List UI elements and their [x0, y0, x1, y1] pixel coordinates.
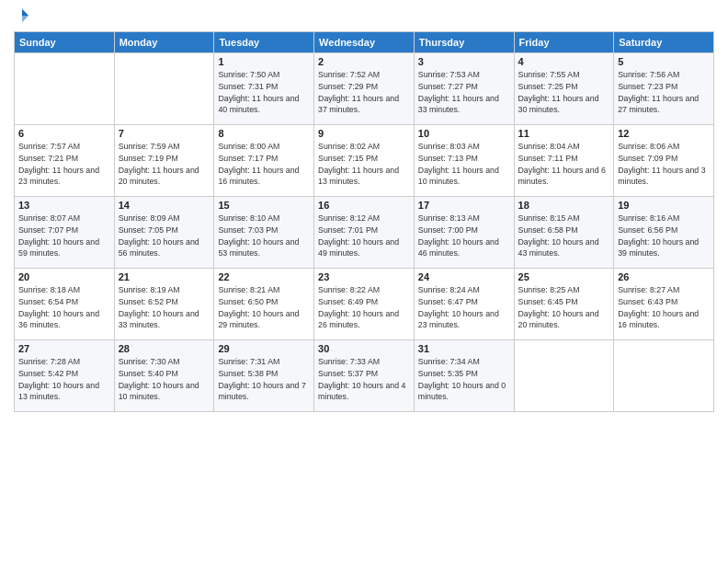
calendar-week-row: 6Sunrise: 7:57 AMSunset: 7:21 PMDaylight… — [15, 125, 714, 197]
calendar-cell: 5Sunrise: 7:56 AMSunset: 7:23 PMDaylight… — [614, 53, 714, 125]
calendar-cell: 23Sunrise: 8:22 AMSunset: 6:49 PMDayligh… — [314, 269, 415, 340]
calendar-cell: 16Sunrise: 8:12 AMSunset: 7:01 PMDayligh… — [314, 197, 415, 269]
calendar-cell: 18Sunrise: 8:15 AMSunset: 6:58 PMDayligh… — [514, 197, 614, 269]
day-info: Sunrise: 8:09 AMSunset: 7:05 PMDaylight:… — [119, 213, 210, 259]
calendar-cell — [114, 53, 214, 125]
calendar-cell: 4Sunrise: 7:55 AMSunset: 7:25 PMDaylight… — [514, 53, 614, 125]
day-info: Sunrise: 7:50 AMSunset: 7:31 PMDaylight:… — [218, 69, 310, 116]
calendar-cell: 30Sunrise: 7:33 AMSunset: 5:37 PMDayligh… — [314, 340, 415, 412]
day-number: 6 — [18, 128, 110, 139]
day-info: Sunrise: 7:34 AMSunset: 5:35 PMDaylight:… — [418, 356, 510, 403]
day-info: Sunrise: 8:13 AMSunset: 7:00 PMDaylight:… — [418, 213, 510, 259]
day-info: Sunrise: 8:04 AMSunset: 7:11 PMDaylight:… — [518, 141, 610, 188]
day-info: Sunrise: 8:25 AMSunset: 6:45 PMDaylight:… — [518, 284, 610, 331]
day-number: 22 — [218, 271, 310, 282]
day-info: Sunrise: 8:02 AMSunset: 7:15 PMDaylight:… — [318, 141, 410, 188]
day-info: Sunrise: 8:03 AMSunset: 7:13 PMDaylight:… — [418, 141, 510, 188]
calendar-cell: 7Sunrise: 7:59 AMSunset: 7:19 PMDaylight… — [114, 125, 214, 197]
calendar-week-row: 1Sunrise: 7:50 AMSunset: 7:31 PMDaylight… — [15, 53, 714, 125]
day-info: Sunrise: 8:16 AMSunset: 6:56 PMDaylight:… — [618, 213, 710, 259]
calendar-cell: 26Sunrise: 8:27 AMSunset: 6:43 PMDayligh… — [614, 269, 714, 340]
svg-marker-1 — [22, 16, 28, 22]
day-number: 25 — [518, 271, 610, 282]
day-of-week-sunday: Sunday — [15, 32, 115, 53]
day-info: Sunrise: 8:07 AMSunset: 7:07 PMDaylight:… — [18, 213, 110, 259]
calendar-cell: 3Sunrise: 7:53 AMSunset: 7:27 PMDaylight… — [414, 53, 514, 125]
calendar-cell — [514, 340, 614, 412]
day-info: Sunrise: 8:27 AMSunset: 6:43 PMDaylight:… — [618, 284, 710, 331]
calendar-cell: 29Sunrise: 7:31 AMSunset: 5:38 PMDayligh… — [214, 340, 314, 412]
svg-marker-0 — [22, 9, 28, 16]
day-number: 7 — [119, 128, 210, 139]
day-info: Sunrise: 7:31 AMSunset: 5:38 PMDaylight:… — [218, 356, 310, 403]
calendar-week-row: 20Sunrise: 8:18 AMSunset: 6:54 PMDayligh… — [15, 269, 714, 340]
logo — [14, 9, 32, 24]
calendar-cell: 20Sunrise: 8:18 AMSunset: 6:54 PMDayligh… — [15, 269, 115, 340]
day-info: Sunrise: 8:06 AMSunset: 7:09 PMDaylight:… — [618, 141, 710, 188]
day-info: Sunrise: 8:22 AMSunset: 6:49 PMDaylight:… — [318, 284, 410, 331]
calendar-week-row: 27Sunrise: 7:28 AMSunset: 5:42 PMDayligh… — [15, 340, 714, 412]
day-number: 31 — [418, 343, 510, 354]
day-info: Sunrise: 8:21 AMSunset: 6:50 PMDaylight:… — [218, 284, 310, 331]
calendar-cell: 11Sunrise: 8:04 AMSunset: 7:11 PMDayligh… — [514, 125, 614, 197]
day-info: Sunrise: 8:18 AMSunset: 6:54 PMDaylight:… — [18, 284, 110, 331]
calendar-cell — [15, 53, 115, 125]
calendar-cell: 14Sunrise: 8:09 AMSunset: 7:05 PMDayligh… — [114, 197, 214, 269]
day-number: 3 — [418, 56, 510, 67]
calendar-cell: 13Sunrise: 8:07 AMSunset: 7:07 PMDayligh… — [15, 197, 115, 269]
day-number: 17 — [418, 200, 510, 211]
day-number: 28 — [119, 343, 210, 354]
day-of-week-thursday: Thursday — [414, 32, 514, 53]
day-number: 14 — [119, 200, 210, 211]
day-number: 29 — [218, 343, 310, 354]
calendar-header-row: SundayMondayTuesdayWednesdayThursdayFrid… — [15, 32, 714, 53]
day-info: Sunrise: 7:57 AMSunset: 7:21 PMDaylight:… — [18, 141, 110, 188]
day-of-week-tuesday: Tuesday — [214, 32, 314, 53]
day-info: Sunrise: 8:10 AMSunset: 7:03 PMDaylight:… — [218, 213, 310, 259]
day-number: 21 — [119, 271, 210, 282]
day-info: Sunrise: 8:00 AMSunset: 7:17 PMDaylight:… — [218, 141, 310, 188]
day-number: 23 — [318, 271, 410, 282]
calendar-cell: 8Sunrise: 8:00 AMSunset: 7:17 PMDaylight… — [214, 125, 314, 197]
day-info: Sunrise: 7:55 AMSunset: 7:25 PMDaylight:… — [518, 69, 610, 116]
calendar-cell — [614, 340, 714, 412]
day-number: 12 — [618, 128, 710, 139]
calendar-table: SundayMondayTuesdayWednesdayThursdayFrid… — [14, 31, 714, 412]
calendar-cell: 10Sunrise: 8:03 AMSunset: 7:13 PMDayligh… — [414, 125, 514, 197]
day-number: 27 — [18, 343, 110, 354]
day-number: 5 — [618, 56, 710, 67]
calendar-cell: 1Sunrise: 7:50 AMSunset: 7:31 PMDaylight… — [214, 53, 314, 125]
calendar-cell: 15Sunrise: 8:10 AMSunset: 7:03 PMDayligh… — [214, 197, 314, 269]
day-number: 26 — [618, 271, 710, 282]
day-of-week-saturday: Saturday — [614, 32, 714, 53]
calendar-cell: 9Sunrise: 8:02 AMSunset: 7:15 PMDaylight… — [314, 125, 415, 197]
day-of-week-friday: Friday — [514, 32, 614, 53]
calendar-cell: 6Sunrise: 7:57 AMSunset: 7:21 PMDaylight… — [15, 125, 115, 197]
day-info: Sunrise: 7:53 AMSunset: 7:27 PMDaylight:… — [418, 69, 510, 116]
day-of-week-wednesday: Wednesday — [314, 32, 415, 53]
day-info: Sunrise: 7:59 AMSunset: 7:19 PMDaylight:… — [119, 141, 210, 188]
day-info: Sunrise: 7:33 AMSunset: 5:37 PMDaylight:… — [318, 356, 410, 403]
header — [14, 9, 714, 24]
calendar-cell: 19Sunrise: 8:16 AMSunset: 6:56 PMDayligh… — [614, 197, 714, 269]
calendar-cell: 25Sunrise: 8:25 AMSunset: 6:45 PMDayligh… — [514, 269, 614, 340]
calendar-cell: 17Sunrise: 8:13 AMSunset: 7:00 PMDayligh… — [414, 197, 514, 269]
page: SundayMondayTuesdayWednesdayThursdayFrid… — [0, 0, 728, 563]
day-number: 15 — [218, 200, 310, 211]
day-number: 13 — [18, 200, 110, 211]
day-info: Sunrise: 7:28 AMSunset: 5:42 PMDaylight:… — [18, 356, 110, 403]
day-number: 1 — [218, 56, 310, 67]
day-number: 4 — [518, 56, 610, 67]
calendar-cell: 22Sunrise: 8:21 AMSunset: 6:50 PMDayligh… — [214, 269, 314, 340]
day-number: 16 — [318, 200, 410, 211]
day-number: 11 — [518, 128, 610, 139]
calendar-cell: 12Sunrise: 8:06 AMSunset: 7:09 PMDayligh… — [614, 125, 714, 197]
day-of-week-monday: Monday — [114, 32, 214, 53]
day-info: Sunrise: 7:52 AMSunset: 7:29 PMDaylight:… — [318, 69, 410, 116]
day-info: Sunrise: 8:15 AMSunset: 6:58 PMDaylight:… — [518, 213, 610, 259]
day-number: 9 — [318, 128, 410, 139]
day-number: 10 — [418, 128, 510, 139]
calendar-week-row: 13Sunrise: 8:07 AMSunset: 7:07 PMDayligh… — [15, 197, 714, 269]
day-info: Sunrise: 7:30 AMSunset: 5:40 PMDaylight:… — [119, 356, 210, 403]
day-info: Sunrise: 7:56 AMSunset: 7:23 PMDaylight:… — [618, 69, 710, 116]
